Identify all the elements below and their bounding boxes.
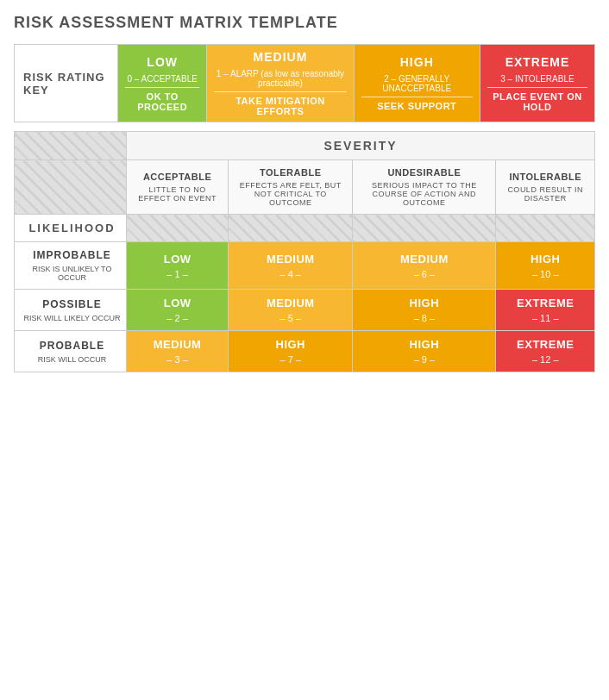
high-subheader: 2 – GENERALLY UNACCEPTABLE bbox=[361, 74, 473, 93]
severity-col-undesirable: UNDESIRABLE SERIOUS IMPACT TO THE COURSE… bbox=[353, 160, 496, 215]
cell-label: EXTREME bbox=[501, 297, 589, 309]
likelihood-hatch-1 bbox=[127, 215, 229, 242]
severity-header: SEVERITY bbox=[127, 132, 595, 160]
cell-probable-undesirable: HIGH – 9 – bbox=[353, 331, 496, 372]
rating-key-high: HIGH 2 – GENERALLY UNACCEPTABLE SEEK SUP… bbox=[354, 45, 480, 122]
cell-possible-undesirable: HIGH – 8 – bbox=[353, 290, 496, 331]
matrix-table: SEVERITY ACCEPTABLE LITTLE TO NO EFFECT … bbox=[14, 131, 595, 372]
matrix-corner-hatch bbox=[15, 132, 127, 160]
cell-improbable-tolerable: MEDIUM – 4 – bbox=[229, 242, 353, 290]
possible-row-label: POSSIBLE RISK WILL LIKELY OCCUR bbox=[15, 290, 127, 331]
rating-key-extreme: EXTREME 3 – INTOLERABLE PLACE EVENT ON H… bbox=[480, 45, 594, 122]
acceptable-sub: LITTLE TO NO EFFECT ON EVENT bbox=[132, 185, 223, 203]
cell-number: – 12 – bbox=[501, 354, 589, 365]
severity-label-hatch bbox=[15, 160, 127, 215]
cell-probable-intolerable: EXTREME – 12 – bbox=[496, 331, 595, 372]
cell-number: – 5 – bbox=[234, 313, 347, 323]
medium-action: TAKE MITIGATION EFFORTS bbox=[214, 96, 346, 116]
likelihood-hatch-3 bbox=[353, 215, 496, 242]
severity-col-acceptable: ACCEPTABLE LITTLE TO NO EFFECT ON EVENT bbox=[127, 160, 229, 215]
cell-possible-tolerable: MEDIUM – 5 – bbox=[229, 290, 353, 331]
cell-number: – 1 – bbox=[132, 269, 223, 279]
undesirable-label: UNDESIRABLE bbox=[358, 167, 490, 178]
cell-probable-acceptable: MEDIUM – 3 – bbox=[127, 331, 229, 372]
rating-key-low: LOW 0 – ACCEPTABLE OK TO PROCEED bbox=[118, 45, 207, 122]
severity-col-intolerable: INTOLERABLE COULD RESULT IN DISASTER bbox=[496, 160, 595, 215]
low-header: LOW bbox=[125, 55, 199, 71]
cell-number: – 9 – bbox=[358, 354, 490, 365]
cell-label: LOW bbox=[132, 297, 223, 309]
probable-row-label: PROBABLE RISK WILL OCCUR bbox=[15, 331, 127, 372]
cell-label: HIGH bbox=[358, 338, 490, 351]
page-title: RISK ASSESSMENT MATRIX TEMPLATE bbox=[14, 14, 595, 32]
cell-label: LOW bbox=[132, 253, 223, 266]
cell-probable-tolerable: HIGH – 7 – bbox=[229, 331, 353, 372]
extreme-header: EXTREME bbox=[487, 55, 587, 71]
intolerable-sub: COULD RESULT IN DISASTER bbox=[501, 185, 589, 203]
low-action: OK TO PROCEED bbox=[125, 91, 199, 112]
cell-label: HIGH bbox=[358, 297, 490, 309]
likelihood-hatch-2 bbox=[229, 215, 353, 242]
cell-number: – 4 – bbox=[234, 269, 347, 279]
possible-label: POSSIBLE bbox=[23, 298, 121, 310]
improbable-label: IMPROBABLE bbox=[23, 249, 121, 261]
cell-label: EXTREME bbox=[501, 338, 589, 351]
tolerable-sub: EFFECTS ARE FELT, BUT NOT CRITICAL TO OU… bbox=[234, 181, 347, 207]
cell-number: – 6 – bbox=[358, 269, 490, 279]
probable-sub: RISK WILL OCCUR bbox=[23, 355, 121, 364]
severity-col-tolerable: TOLERABLE EFFECTS ARE FELT, BUT NOT CRIT… bbox=[229, 160, 353, 215]
probable-label: PROBABLE bbox=[23, 340, 121, 352]
extreme-subheader: 3 – INTOLERABLE bbox=[487, 74, 587, 84]
cell-number: – 2 – bbox=[132, 313, 223, 323]
possible-sub: RISK WILL LIKELY OCCUR bbox=[23, 314, 121, 322]
intolerable-label: INTOLERABLE bbox=[501, 172, 589, 182]
improbable-row-label: IMPROBABLE RISK IS UNLIKELY TO OCCUR bbox=[15, 242, 127, 290]
cell-number: – 8 – bbox=[358, 313, 490, 323]
undesirable-sub: SERIOUS IMPACT TO THE COURSE OF ACTION A… bbox=[358, 181, 490, 207]
acceptable-label: ACCEPTABLE bbox=[132, 172, 223, 182]
likelihood-hatch-4 bbox=[496, 215, 595, 242]
high-header: HIGH bbox=[361, 55, 473, 71]
extreme-action: PLACE EVENT ON HOLD bbox=[487, 91, 587, 112]
rating-key-table: RISK RATING KEY LOW 0 – ACCEPTABLE OK TO… bbox=[14, 44, 595, 122]
cell-label: MEDIUM bbox=[234, 253, 347, 266]
cell-number: – 11 – bbox=[501, 313, 589, 323]
medium-subheader: 1 – ALARP (as low as reasonably practica… bbox=[214, 69, 346, 88]
likelihood-header: LIKELIHOOD bbox=[15, 215, 127, 242]
improbable-sub: RISK IS UNLIKELY TO OCCUR bbox=[23, 265, 121, 282]
cell-label: HIGH bbox=[501, 253, 589, 266]
cell-improbable-acceptable: LOW – 1 – bbox=[127, 242, 229, 290]
cell-label: MEDIUM bbox=[132, 338, 223, 351]
low-subheader: 0 – ACCEPTABLE bbox=[125, 74, 199, 84]
cell-label: MEDIUM bbox=[234, 297, 347, 309]
cell-label: HIGH bbox=[234, 338, 347, 351]
cell-possible-intolerable: EXTREME – 11 – bbox=[496, 290, 595, 331]
cell-number: – 10 – bbox=[501, 269, 589, 279]
rating-key-label: RISK RATING KEY bbox=[15, 45, 118, 122]
tolerable-label: TOLERABLE bbox=[234, 167, 347, 178]
cell-improbable-undesirable: MEDIUM – 6 – bbox=[353, 242, 496, 290]
cell-number: – 7 – bbox=[234, 354, 347, 365]
cell-possible-acceptable: LOW – 2 – bbox=[127, 290, 229, 331]
high-action: SEEK SUPPORT bbox=[361, 101, 473, 111]
rating-key-medium: MEDIUM 1 – ALARP (as low as reasonably p… bbox=[207, 45, 354, 122]
cell-number: – 3 – bbox=[132, 354, 223, 365]
cell-improbable-intolerable: HIGH – 10 – bbox=[496, 242, 595, 290]
cell-label: MEDIUM bbox=[358, 253, 490, 266]
medium-header: MEDIUM bbox=[214, 50, 346, 66]
